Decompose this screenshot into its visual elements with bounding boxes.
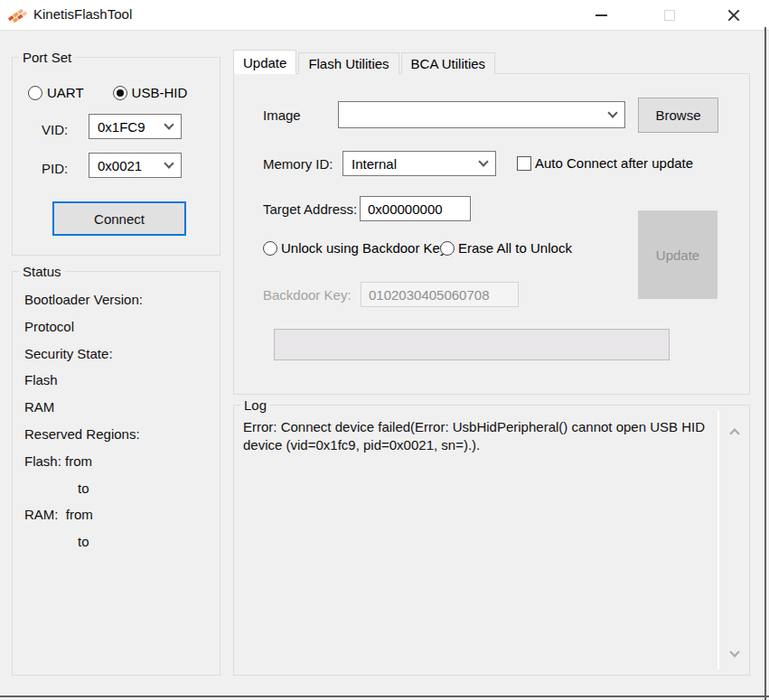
backdoor-key-input [361,282,519,307]
close-icon [727,8,741,23]
status-item-bootloader-version: Bootloader Version: [24,286,216,313]
tab-update[interactable]: Update [233,50,296,74]
memory-id-value: Internal [352,156,397,172]
pid-select[interactable]: 0x0021 [89,153,182,178]
erase-all-label[interactable]: Erase All to Unlock [458,240,572,256]
maximize-icon [664,10,675,21]
status-item-ram-to: to [24,528,216,555]
window-title: KinetisFlashTool [33,6,132,22]
target-address-label: Target Address: [263,201,357,217]
app-logo-icon [7,5,27,25]
log-legend: Log [240,397,270,413]
uart-radio-label[interactable]: UART [47,85,84,100]
vid-select[interactable]: 0x1FC9 [89,114,182,139]
status-group: Status Bootloader Version: Protocol Secu… [12,271,220,676]
status-item-ram-from: RAM: from [24,501,216,528]
unlock-backdoor-label[interactable]: Unlock using Backdoor Key [281,240,446,256]
status-item-flash-from: Flash: from [24,448,216,475]
vid-value: 0x1FC9 [98,119,145,135]
target-address-input[interactable] [360,196,471,221]
erase-all-radio[interactable] [440,241,455,256]
status-item-reserved-regions: Reserved Regions: [24,421,216,448]
status-item-protocol: Protocol [24,313,216,341]
log-scrollbar[interactable] [719,406,750,675]
browse-button[interactable]: Browse [638,98,718,133]
minimize-button[interactable] [581,0,621,30]
status-item-ram: RAM [24,394,216,421]
connect-button[interactable]: Connect [52,201,186,236]
image-label: Image [263,107,301,123]
close-button[interactable] [714,0,754,30]
tab-bca-utilities[interactable]: BCA Utilities [401,52,496,74]
status-item-flash: Flash [24,367,216,394]
uart-radio[interactable] [28,86,42,100]
tab-strip: Update Flash Utilities BCA Utilities [233,50,495,74]
port-set-group: Port Set UART USB-HID VID: 0x1FC9 PID: 0… [12,57,220,256]
pid-value: 0x0021 [98,158,142,173]
unlock-backdoor-radio[interactable] [263,241,277,256]
window-bottom-edge [0,695,769,697]
update-button[interactable]: Update [638,210,717,299]
memory-id-label: Memory ID: [263,156,333,172]
log-group: Log Error: Connect device failed(Error: … [233,405,750,676]
tab-flash-utilities[interactable]: Flash Utilities [298,52,399,74]
window-right-edge [764,27,766,700]
usb-hid-radio-label[interactable]: USB-HID [132,85,188,100]
status-legend: Status [19,264,65,279]
auto-connect-checkbox[interactable] [517,156,531,171]
title-bar: KinetisFlashTool [0,0,769,31]
chevron-down-icon [607,107,617,117]
scroll-up-icon[interactable] [728,425,741,438]
minimize-icon [596,14,607,16]
port-set-legend: Port Set [19,50,75,65]
app-window: KinetisFlashTool Port Set UART USB-HID V… [0,0,769,700]
memory-id-select[interactable]: Internal [342,151,496,176]
backdoor-key-label: Backdoor Key: [263,287,352,303]
vid-label: VID: [42,122,68,137]
image-combobox[interactable] [338,101,625,128]
status-item-flash-to: to [24,475,216,502]
status-list: Bootloader Version: Protocol Security St… [24,286,216,555]
usb-hid-radio[interactable] [113,86,127,100]
scroll-down-icon[interactable] [728,648,741,660]
auto-connect-label[interactable]: Auto Connect after update [535,155,693,171]
pid-label: PID: [42,161,68,176]
log-text: Error: Connect device failed(Error: UsbH… [243,418,717,454]
status-item-security-state: Security State: [24,341,216,368]
maximize-button[interactable] [650,0,689,30]
chevron-down-icon [164,158,173,168]
chevron-down-icon [478,156,488,166]
chevron-down-icon [164,119,173,129]
update-progress-bar [274,329,670,360]
update-tab-panel: Image Browse Memory ID: Internal Auto Co… [233,73,750,395]
